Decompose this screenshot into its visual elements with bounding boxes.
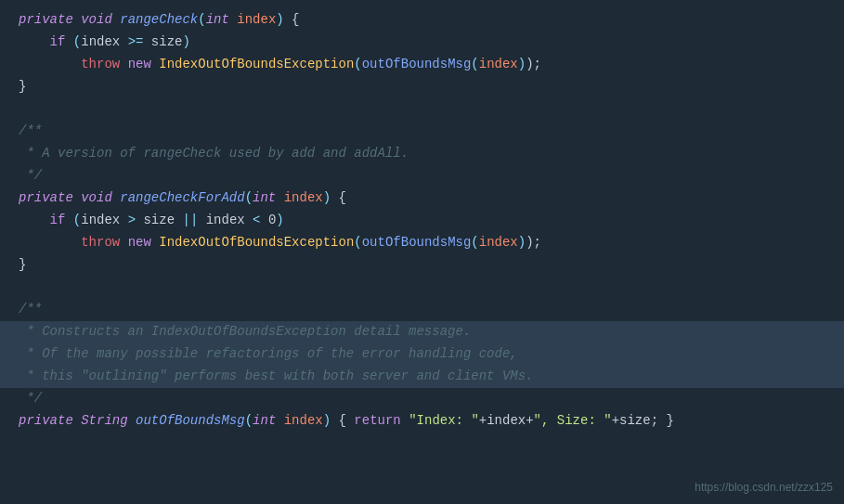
keyword-throw: throw	[81, 54, 120, 74]
code-line-4: }	[0, 76, 844, 98]
code-line-2: if ( index >= size )	[0, 32, 844, 54]
class-indexoutofbounds: IndexOutOfBoundsException	[159, 54, 354, 74]
code-line-13	[0, 277, 844, 299]
keyword-void: void	[81, 9, 112, 30]
code-line-10: if ( index > size || index < 0 )	[0, 210, 844, 232]
code-line-15: * Constructs an IndexOutOfBoundsExceptio…	[0, 321, 844, 343]
code-line-8: */	[0, 165, 844, 187]
code-line-7: * A version of rangeCheck used by add an…	[0, 143, 844, 165]
keyword-private: private	[19, 9, 73, 30]
code-line-18: */	[0, 388, 844, 410]
code-editor: private void rangeCheck ( int index ) { …	[0, 0, 844, 504]
method-rangecheck: rangeCheck	[120, 9, 198, 30]
code-line-3: throw new IndexOutOfBoundsException ( ou…	[0, 54, 844, 76]
code-line-1: private void rangeCheck ( int index ) {	[0, 9, 844, 32]
watermark: https://blog.csdn.net/zzx125	[695, 479, 833, 497]
code-line-19: private String outOfBoundsMsg ( int inde…	[0, 410, 844, 433]
code-line-17: * this "outlining" performs best with bo…	[0, 366, 844, 388]
code-line-11: throw new IndexOutOfBoundsException ( ou…	[0, 232, 844, 254]
code-line-16: * Of the many possible refactorings of t…	[0, 343, 844, 366]
code-line-12: }	[0, 254, 844, 277]
code-line-5	[0, 98, 844, 121]
code-line-6: /**	[0, 121, 844, 143]
code-line-9: private void rangeCheckForAdd ( int inde…	[0, 187, 844, 210]
code-line-14: /**	[0, 299, 844, 321]
